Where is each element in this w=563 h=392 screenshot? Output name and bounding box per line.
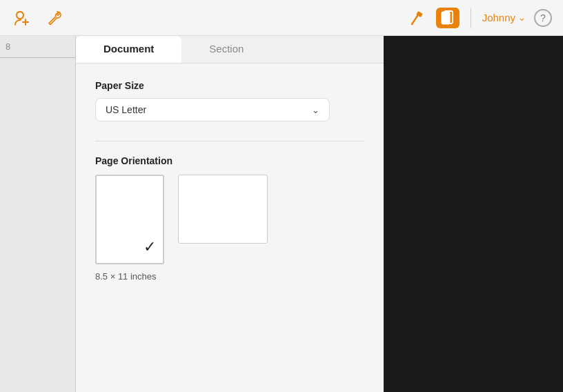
ruler-area: 8 [0, 36, 76, 392]
landscape-box [178, 175, 268, 244]
main-content: 8 Document Section Paper Size US Letter … [0, 36, 563, 392]
paper-size-label: Paper Size [95, 80, 364, 91]
ruler-number: 8 [0, 41, 10, 52]
toolbar-left [11, 7, 65, 29]
dimensions-label: 8.5 × 11 inches [95, 271, 364, 282]
user-menu-button[interactable]: Johnny ⌄ [482, 12, 526, 23]
paper-size-dropdown[interactable]: US Letter ⌄ [95, 98, 330, 121]
orientation-portrait[interactable]: ✓ [95, 175, 164, 264]
portrait-box: ✓ [95, 175, 164, 264]
document-format-button[interactable] [436, 8, 460, 28]
help-button[interactable]: ? [534, 9, 552, 27]
svg-point-1 [17, 12, 23, 19]
help-label: ? [540, 12, 546, 23]
black-overlay [384, 36, 563, 392]
portrait-checkmark: ✓ [144, 238, 156, 256]
section-divider [95, 141, 364, 141]
orientation-options: ✓ [95, 175, 364, 264]
toolbar-right: Johnny ⌄ ? [407, 8, 552, 28]
tab-document[interactable]: Document [76, 36, 181, 63]
svg-rect-6 [442, 12, 450, 24]
right-panel: Document Section Paper Size US Letter ⌄ … [76, 36, 384, 392]
ruler-ticks [0, 57, 75, 63]
tabs-bar: Document Section [76, 36, 384, 63]
user-chevron-icon: ⌄ [518, 12, 526, 23]
panel-body: Paper Size US Letter ⌄ Page Orientation … [76, 63, 384, 392]
user-name-label: Johnny [482, 12, 515, 23]
page-orientation-section: Page Orientation ✓ 8.5 × 11 inches [95, 155, 364, 282]
paper-size-value: US Letter [106, 104, 146, 115]
orientation-landscape[interactable] [178, 175, 268, 264]
toolbar-divider [471, 8, 471, 28]
dropdown-chevron-icon: ⌄ [312, 105, 319, 115]
top-bar: Johnny ⌄ ? [0, 0, 563, 36]
page-orientation-label: Page Orientation [95, 155, 364, 166]
paper-size-section: Paper Size US Letter ⌄ [95, 80, 364, 121]
wrench-button[interactable] [44, 8, 65, 28]
hammer-button[interactable] [407, 8, 428, 28]
tab-section[interactable]: Section [181, 36, 271, 63]
add-user-button[interactable] [11, 7, 33, 29]
svg-line-5 [412, 16, 417, 24]
